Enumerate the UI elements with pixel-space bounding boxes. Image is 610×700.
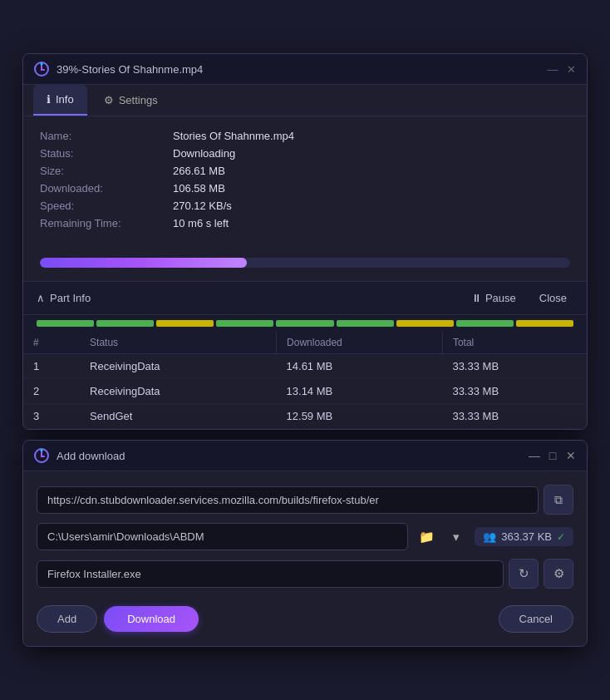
size-value: 363.37 KB xyxy=(501,530,552,543)
segment xyxy=(516,320,573,327)
table-row: 1ReceivingData14.61 MB33.33 MB xyxy=(23,354,587,379)
minimize-icon: — xyxy=(548,63,558,76)
pause-button[interactable]: ⏸ Pause xyxy=(465,288,523,308)
add-window-controls: — □ ✕ xyxy=(529,450,577,461)
name-value: Stories Of Shahnme.mp4 xyxy=(173,130,294,142)
chevron-up-icon: ∧ xyxy=(37,292,45,304)
remaining-label: Remaining Time: xyxy=(40,217,173,229)
add-window-title: Add download xyxy=(57,450,522,462)
add-content: ⧉ 📁 ▾ 👥 363.37 KB ✓ ↻ xyxy=(23,471,587,646)
footer-row: Add Download Cancel xyxy=(37,602,573,633)
add-close-icon: ✕ xyxy=(566,449,576,462)
app-icon xyxy=(33,61,50,77)
segment xyxy=(276,320,333,327)
svg-point-3 xyxy=(41,450,43,452)
speed-label: Speed: xyxy=(40,200,173,212)
folder-button[interactable]: 📁 xyxy=(413,524,440,550)
add-minimize-icon: — xyxy=(529,449,540,462)
table-cell-downloaded: 14.61 MB xyxy=(277,354,443,379)
table-cell-num: 2 xyxy=(23,379,80,404)
col-header-num: # xyxy=(23,332,80,354)
table-cell-downloaded: 12.59 MB xyxy=(277,404,443,429)
downloaded-value: 106.58 MB xyxy=(173,182,225,195)
progress-title-bar: 39%-Stories Of Shahnme.mp4 — ✕ xyxy=(23,54,587,85)
segment xyxy=(216,320,273,327)
add-minimize-button[interactable]: — xyxy=(529,450,540,461)
progress-bar-background xyxy=(40,258,570,268)
folder-icon: 📁 xyxy=(419,530,435,545)
table-cell-total: 33.33 MB xyxy=(442,379,587,404)
info-section: Name: Stories Of Shahnme.mp4 Status: Dow… xyxy=(23,116,587,248)
url-row: ⧉ xyxy=(37,485,573,515)
part-info-toggle[interactable]: ∧ Part Info xyxy=(37,292,465,304)
close-progress-button[interactable]: ✕ xyxy=(565,63,577,75)
svg-point-1 xyxy=(41,63,43,66)
refresh-icon: ↻ xyxy=(519,566,529,581)
parts-table-wrapper[interactable]: # Status Downloaded Total 1ReceivingData… xyxy=(23,332,587,429)
table-row: 3SendGet12.59 MB33.33 MB xyxy=(23,404,587,429)
close-part-button[interactable]: Close xyxy=(533,288,573,308)
close-icon: ✕ xyxy=(567,63,576,76)
remaining-value: 10 m6 s left xyxy=(173,217,229,229)
size-label: Size: xyxy=(40,165,173,177)
close-part-label: Close xyxy=(539,292,567,304)
progress-window: 39%-Stories Of Shahnme.mp4 — ✕ ℹ Info ⚙ … xyxy=(22,53,588,430)
status-label: Status: xyxy=(40,147,173,160)
tab-settings[interactable]: ⚙ Settings xyxy=(91,85,171,116)
refresh-button[interactable]: ↻ xyxy=(509,559,539,589)
segment-bar xyxy=(23,315,587,332)
table-cell-status: ReceivingData xyxy=(80,354,277,379)
segment xyxy=(37,320,94,327)
info-row-status: Status: Downloading xyxy=(40,147,570,160)
cancel-button[interactable]: Cancel xyxy=(499,605,573,633)
downloaded-label: Downloaded: xyxy=(40,182,173,195)
size-badge: 👥 363.37 KB ✓ xyxy=(475,527,573,546)
url-input[interactable] xyxy=(37,486,539,514)
col-header-downloaded: Downloaded xyxy=(277,332,443,354)
col-header-status: Status xyxy=(80,332,277,354)
info-tab-label: Info xyxy=(56,93,74,106)
speed-value: 270.12 KB/s xyxy=(173,200,232,212)
table-cell-total: 33.33 MB xyxy=(442,404,587,429)
add-maximize-icon: □ xyxy=(549,449,556,462)
pause-label: Pause xyxy=(485,292,516,304)
minimize-button[interactable]: — xyxy=(547,63,558,75)
part-info-actions: ⏸ Pause Close xyxy=(465,288,573,308)
path-row: 📁 ▾ 👥 363.37 KB ✓ xyxy=(37,523,573,550)
add-app-icon xyxy=(33,447,50,464)
segment xyxy=(337,320,394,327)
copy-icon: ⧉ xyxy=(554,493,563,507)
col-header-total: Total xyxy=(442,332,587,354)
progress-bar-container xyxy=(40,258,570,268)
size-value: 266.61 MB xyxy=(173,165,225,177)
part-info-header: ∧ Part Info ⏸ Pause Close xyxy=(23,281,587,315)
add-close-button[interactable]: ✕ xyxy=(565,450,577,461)
copy-url-button[interactable]: ⧉ xyxy=(544,485,573,515)
progress-window-title: 39%-Stories Of Shahnme.mp4 xyxy=(57,63,540,76)
dropdown-button[interactable]: ▾ xyxy=(443,524,470,550)
add-button[interactable]: Add xyxy=(37,605,97,633)
table-cell-num: 3 xyxy=(23,404,80,429)
pause-icon: ⏸ xyxy=(471,292,482,304)
download-button[interactable]: Download xyxy=(104,606,199,632)
path-input[interactable] xyxy=(37,523,408,550)
info-row-speed: Speed: 270.12 KB/s xyxy=(40,200,570,212)
path-actions: 📁 ▾ xyxy=(413,524,470,550)
tab-bar: ℹ Info ⚙ Settings xyxy=(23,85,587,116)
table-cell-num: 1 xyxy=(23,354,80,379)
tab-info[interactable]: ℹ Info xyxy=(33,85,87,116)
add-download-window: Add download — □ ✕ ⧉ 📁 xyxy=(22,440,588,647)
people-icon: 👥 xyxy=(483,530,496,543)
status-value: Downloading xyxy=(173,147,235,160)
segment xyxy=(156,320,214,327)
window-controls: — ✕ xyxy=(547,63,577,75)
add-maximize-button[interactable]: □ xyxy=(547,450,558,461)
filename-input[interactable] xyxy=(37,560,504,588)
info-row-name: Name: Stories Of Shahnme.mp4 xyxy=(40,130,570,142)
checkmark-icon: ✓ xyxy=(557,531,565,543)
info-row-size: Size: 266.61 MB xyxy=(40,165,570,177)
settings-button[interactable]: ⚙ xyxy=(544,559,573,589)
segment xyxy=(396,320,454,327)
dropdown-icon: ▾ xyxy=(453,530,460,545)
name-label: Name: xyxy=(40,130,173,142)
